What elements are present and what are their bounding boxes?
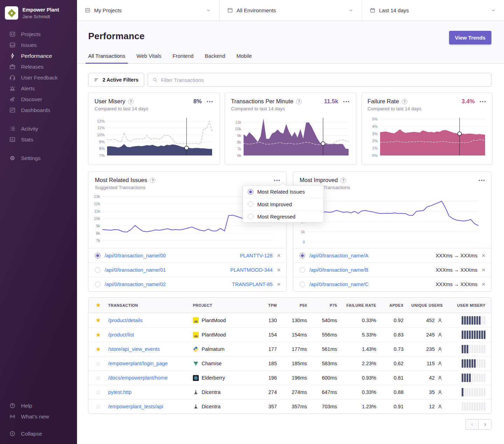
sidebar-item-what-s-new[interactable]: What’s new [0,411,77,422]
row-radio[interactable] [300,282,305,287]
row-radio[interactable] [300,253,305,258]
transaction-link[interactable]: /product/details [108,318,193,323]
arrow-right-icon: → [454,267,459,273]
misery-bar [467,388,468,396]
svg-text:6k: 6k [237,153,241,158]
transaction-link[interactable]: /api/0/transaction_name/B [309,267,432,273]
environment-filter-select[interactable]: All Environments [219,0,362,21]
empower-plant-logo-icon [7,9,16,17]
date-range-select[interactable]: Last 14 days [362,0,504,21]
option-radio[interactable] [248,189,253,195]
transaction-link[interactable]: /api/0/transaction_name/00 [105,253,236,258]
sidebar-item-activity[interactable]: Activity [0,123,77,134]
transaction-link[interactable]: /product/list [108,332,193,338]
project-cell: JSPlantMood [193,317,252,323]
misery-bar [471,359,473,368]
metric-subtitle: Compared to last 14 days [94,106,214,111]
issue-tag-link[interactable]: PLANTMOOD-344 [230,267,273,273]
apdex-cell: 0.62 [376,361,404,366]
view-trends-button[interactable]: View Trends [449,31,491,44]
transaction-link[interactable]: /api/0/transaction_name/02 [105,282,228,287]
user-icon [437,375,443,381]
misery-bar [479,402,481,411]
metric-menu-button[interactable]: ••• [341,99,350,104]
metric-menu-button[interactable]: ••• [204,99,214,104]
star-column-header[interactable]: ★ [93,302,108,308]
tab-backend[interactable]: Backend [205,53,225,63]
sidebar-item-projects[interactable]: Projects [0,29,77,40]
sidebar-item-discover[interactable]: Discover [0,94,77,105]
tab-mobile[interactable]: Mobile [236,53,252,63]
transaction-link[interactable]: /api/0/transaction_name/01 [105,267,226,273]
menu-option-most-regressed[interactable]: Most Regressed [243,210,323,222]
sidebar-item-performance[interactable]: Performance [0,50,77,61]
search-input[interactable] [161,77,487,83]
transaction-link[interactable]: /api/0/transaction_name/A [309,253,432,258]
org-switcher[interactable]: Empower Plant Jane Schmidt [0,4,77,20]
dismiss-icon[interactable]: × [277,252,281,259]
transaction-link[interactable]: /api/0/transaction_name/C [309,282,432,287]
pagination-next-button[interactable] [478,419,491,430]
help-icon[interactable]: ? [128,99,134,104]
menu-option-most-related-issues[interactable]: Most Related Issues [243,186,323,198]
row-radio[interactable] [95,267,100,273]
issue-tag-link[interactable]: PLANTTV-128 [240,253,273,258]
sidebar-item-help[interactable]: Help [0,400,77,411]
menu-option-most-improved[interactable]: Most Improved [243,198,323,210]
sidebar-nav-primary: ProjectsIssuesPerformanceReleasesUser Fe… [0,29,77,116]
star-toggle[interactable]: ☆ [93,389,108,395]
option-radio[interactable] [248,214,253,219]
row-radio[interactable] [300,267,305,273]
help-icon[interactable]: ? [296,99,302,104]
sidebar-item-stats[interactable]: Stats [0,134,77,145]
star-toggle[interactable]: ☆ [93,361,108,367]
row-radio[interactable] [95,253,100,258]
transaction-link[interactable]: /empowerplant/login_page [108,361,193,366]
help-icon[interactable]: ? [402,99,407,104]
dismiss-icon[interactable]: × [482,266,485,274]
star-toggle[interactable]: ★ [93,332,108,338]
widget-menu-button[interactable]: ••• [476,178,485,183]
dismiss-icon[interactable]: × [277,266,281,274]
sidebar-item-collapse[interactable]: Collapse [0,428,77,439]
arrow-right-icon: → [454,253,459,258]
tab-frontend[interactable]: Frontend [173,53,194,63]
transaction-link[interactable]: /empowerplant_tests/api [108,404,193,409]
star-toggle[interactable]: ☆ [93,375,108,381]
row-radio[interactable] [95,282,100,287]
tpm-chart-svg: 11k10k9k8k7k6k [231,116,350,158]
help-icon[interactable]: ? [150,178,155,183]
active-filters-button[interactable]: 2 Active Filters [88,73,144,87]
metric-card-tpm: Transactions Per Minute?11.5k•••Compared… [225,92,356,165]
widget-menu-button[interactable]: ••• [272,178,281,183]
transaction-link[interactable]: /docs/empowerplant/home [108,375,193,381]
vue-icon [193,361,199,367]
transaction-link[interactable]: /store/api_view_events [108,346,193,352]
sidebar-item-dashboards[interactable]: Dashboards [0,105,77,116]
transaction-link[interactable]: pytest.http [108,389,193,395]
tab-all-transactions[interactable]: All Transactions [88,53,125,63]
star-toggle[interactable]: ★ [93,317,108,323]
help-icon[interactable]: ? [341,178,346,183]
sidebar-item-user-feedback[interactable]: User Feedback [0,72,77,83]
sidebar-item-label: User Feedback [21,74,58,81]
option-radio[interactable] [248,201,253,207]
project-name: Dicentra [202,404,220,409]
project-filter-select[interactable]: My Projects [77,0,219,21]
pagination-prev-button[interactable] [465,419,478,430]
sidebar-item-issues[interactable]: Issues [0,40,77,50]
issue-tag-link[interactable]: TRANSPLANT-85 [232,282,273,287]
sidebar-item-alerts[interactable]: Alerts [0,83,77,94]
p75-cell: 647ms [307,389,337,395]
dismiss-icon[interactable]: × [482,281,485,288]
tab-web-vitals[interactable]: Web Vitals [136,53,161,63]
dismiss-icon[interactable]: × [277,281,281,288]
star-toggle[interactable]: ★ [93,346,108,352]
misery-bar [469,374,471,382]
star-toggle[interactable]: ☆ [93,404,108,410]
project-cell: Palmatum [193,346,252,352]
sidebar-item-settings[interactable]: Settings [0,153,77,164]
dismiss-icon[interactable]: × [482,252,485,259]
metric-menu-button[interactable]: ••• [477,99,486,104]
sidebar-item-releases[interactable]: Releases [0,61,77,72]
